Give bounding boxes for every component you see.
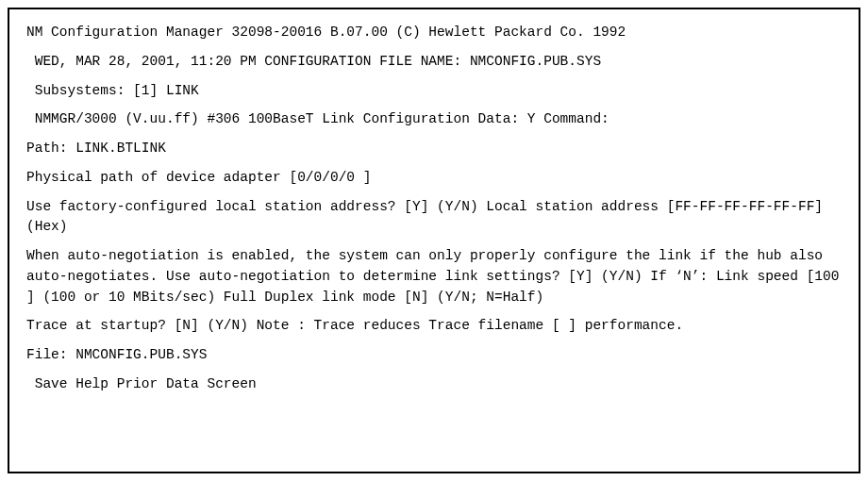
commands-line[interactable]: Save Help Prior Data Screen (26, 374, 842, 395)
terminal-screen: NM Configuration Manager 32098-20016 B.0… (8, 8, 860, 473)
trace-line[interactable]: Trace at startup? [N] (Y/N) Note : Trace… (26, 316, 842, 337)
factory-config-line[interactable]: Use factory-configured local station add… (26, 197, 842, 239)
auto-negotiation-line[interactable]: When auto-negotiation is enabled, the sy… (26, 246, 842, 307)
path-line: Path: LINK.BTLINK (26, 139, 842, 159)
file-line: File: NMCONFIG.PUB.SYS (26, 345, 842, 366)
datetime-line: WED, MAR 28, 2001, 11:20 PM CONFIGURATIO… (26, 52, 842, 73)
physical-path-line[interactable]: Physical path of device adapter [0/0/0/0… (26, 168, 842, 189)
subsystems-line[interactable]: Subsystems: [1] LINK (26, 81, 842, 102)
nmmgr-line[interactable]: NMMGR/3000 (V.uu.ff) #306 100BaseT Link … (26, 109, 842, 130)
header-line: NM Configuration Manager 32098-20016 B.0… (26, 23, 842, 43)
